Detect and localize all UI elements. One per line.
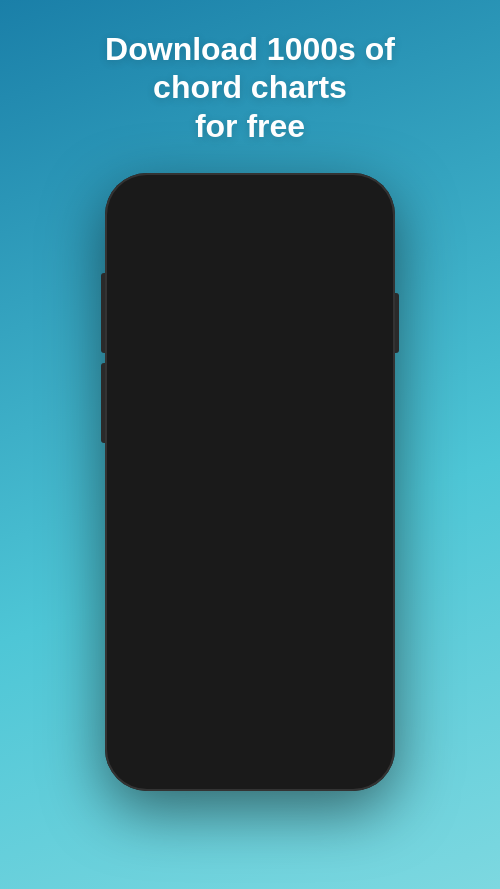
last-imported-count: 50 — [358, 384, 371, 398]
songs-label: Songs — [155, 274, 192, 289]
playlist-pop-name: Pop 400 — [129, 687, 177, 702]
playlist-brazilian-menu[interactable]: ⋮ — [355, 559, 371, 578]
app-bar: iReal Pro 🌐 ⚙ + ≡ — [115, 211, 385, 241]
playlist-blues-count: 54 — [336, 646, 349, 660]
battery-icon: ▮ — [361, 195, 367, 206]
status-icons: ▾▾ ▐▐▐ ▮ — [324, 195, 367, 206]
headline-line1: Download 1000s of — [105, 31, 395, 67]
playlist-blues[interactable]: Blues 50 54 ⋮ — [115, 632, 385, 674]
playlist-country-count: 50 — [336, 730, 349, 744]
clock-icon: ⏱ — [129, 346, 145, 362]
phone-device: 1:27 ▾▾ ▐▐▐ ▮ iReal Pro 🌐 ⚙ + ≡ LIBRARY … — [105, 173, 395, 793]
gear-icon[interactable]: ⚙ — [322, 218, 335, 234]
playlist-country-name: Country 50 — [129, 729, 193, 744]
playlist-latin-count: 50 — [336, 604, 349, 618]
playlist-jazz-name: Jazz 1350 — [129, 519, 188, 534]
library-item-songs[interactable]: ♪ Songs 2078 — [115, 263, 385, 300]
styles-count: 78 — [358, 311, 371, 325]
playlist-brazilian[interactable]: Brazilian 150 150 ⋮ — [115, 548, 385, 590]
songs-count: 2078 — [344, 274, 371, 288]
playlist-brazilian-count: 150 — [329, 562, 349, 576]
import-icon: ⬇ — [129, 383, 145, 399]
playlist-pop-menu[interactable]: ⋮ — [355, 685, 371, 704]
status-time: 1:27 — [133, 193, 157, 207]
playlist-blues-menu[interactable]: ⋮ — [355, 643, 371, 662]
trash-label: Trash — [155, 458, 188, 473]
playlist-jazz[interactable]: Jazz 1350 1350 ⋮ — [115, 506, 385, 548]
library-item-last-edited[interactable]: ✏ Last Edited 0 — [115, 410, 385, 447]
playlist-country[interactable]: Country 50 50 ⋮ — [115, 716, 385, 758]
app-title: iReal Pro — [127, 218, 188, 234]
playlist-jazz-menu[interactable]: ⋮ — [355, 517, 371, 536]
playlist-brazilian-name: Brazilian 150 — [129, 561, 204, 576]
styles-icon: ♬♩ — [129, 311, 145, 325]
pencil-icon: ✏ — [129, 420, 145, 436]
playlist-country-menu[interactable]: ⋮ — [355, 727, 371, 746]
playlist-latin-name: Latin 50 — [129, 603, 175, 618]
last-viewed-label: Last Viewed — [155, 347, 226, 362]
songs-icon: ♪ — [129, 273, 145, 289]
last-edited-label: Last Edited — [155, 421, 220, 436]
playlist-jazz-count: 1350 — [322, 520, 349, 534]
signal-icon: ▐▐▐ — [337, 195, 358, 206]
playlist-pop[interactable]: Pop 400 403 ⋮ — [115, 674, 385, 716]
status-bar: 1:27 ▾▾ ▐▐▐ ▮ — [115, 183, 385, 211]
library-item-styles[interactable]: ♬♩ Styles 78 — [115, 300, 385, 336]
library-item-last-imported[interactable]: ⬇ Last Imported 50 — [115, 373, 385, 410]
playlists-label: PLAYLISTS — [115, 484, 385, 506]
wifi-icon: ▾▾ — [324, 195, 334, 206]
phone-screen: 1:27 ▾▾ ▐▐▐ ▮ iReal Pro 🌐 ⚙ + ≡ LIBRARY … — [115, 183, 385, 781]
styles-label: Styles — [155, 310, 190, 325]
app-bar-icons: 🌐 ⚙ + ≡ — [295, 217, 373, 235]
trash-icon: 🗑 — [129, 457, 145, 473]
menu-icon[interactable]: ≡ — [365, 218, 373, 234]
library-item-last-viewed[interactable]: ⏱ Last Viewed 2 — [115, 336, 385, 373]
globe-icon[interactable]: 🌐 — [295, 218, 312, 234]
home-indicator — [210, 763, 290, 767]
playlist-latin-menu[interactable]: ⋮ — [355, 601, 371, 620]
playlist-blues-name: Blues 50 — [129, 645, 180, 660]
headline: Download 1000s of chord charts for free — [75, 30, 425, 145]
last-imported-label: Last Imported — [155, 384, 235, 399]
trash-count: 0 — [364, 458, 371, 472]
last-viewed-count: 2 — [364, 347, 371, 361]
headline-line2: chord charts — [153, 69, 347, 105]
headline-line3: for free — [195, 108, 305, 144]
library-label: LIBRARY — [115, 241, 385, 263]
last-edited-count: 0 — [364, 421, 371, 435]
playlist-pop-count: 403 — [329, 688, 349, 702]
add-icon[interactable]: + — [345, 217, 354, 235]
library-item-trash[interactable]: 🗑 Trash 0 — [115, 447, 385, 484]
playlist-latin[interactable]: Latin 50 50 ⋮ — [115, 590, 385, 632]
